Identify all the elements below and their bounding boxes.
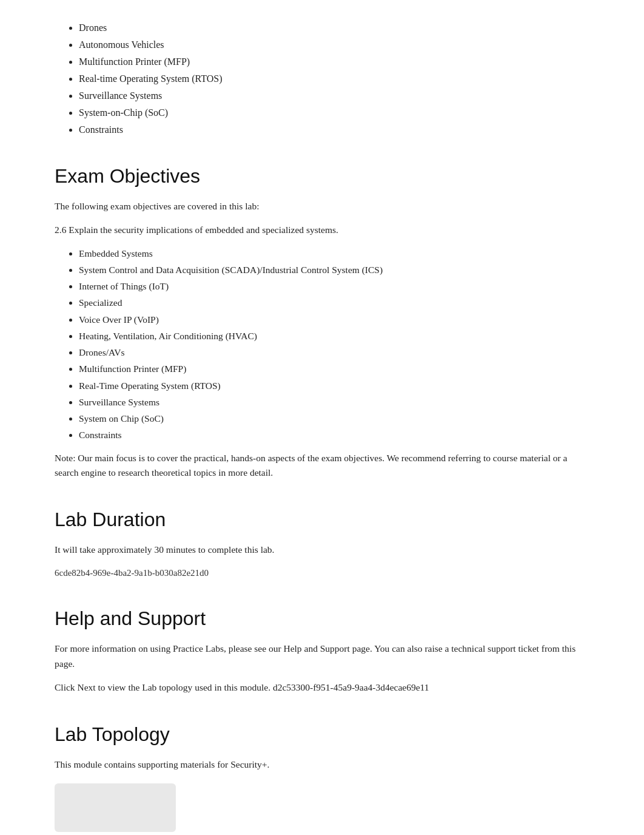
list-item: Constraints [79,123,589,137]
exam-objectives-heading: Exam Objectives [55,155,589,191]
list-item: Drones/AVs [79,345,589,359]
exam-objectives-intro: The following exam objectives are covere… [55,199,589,214]
help-support-text: For more information on using Practice L… [55,641,589,672]
list-item: Embedded Systems [79,246,589,260]
intro-list: Drones Autonomous Vehicles Multifunction… [79,21,589,137]
help-support-heading: Help and Support [55,598,589,633]
list-item: System-on-Chip (SoC) [79,106,589,120]
lab-topology-image [55,783,176,832]
list-item: Real-time Operating System (RTOS) [79,72,589,86]
list-item: System Control and Data Acquisition (SCA… [79,263,589,277]
list-item: Constraints [79,428,589,442]
exam-objectives-note: Note: Our main focus is to cover the pra… [55,451,589,481]
objectives-list: Embedded Systems System Control and Data… [79,246,589,442]
lab-duration-uuid: 6cde82b4-969e-4ba2-9a1b-b030a82e21d0 [55,566,589,580]
lab-topology-text: This module contains supporting material… [55,757,589,772]
lab-topology-heading: Lab Topology [55,714,589,749]
help-support-next: Click Next to view the Lab topology used… [55,680,589,695]
lab-duration-text: It will take approximately 30 minutes to… [55,543,589,558]
list-item: System on Chip (SoC) [79,411,589,425]
list-item: Multifunction Printer (MFP) [79,362,589,376]
list-item: Specialized [79,296,589,309]
list-item: Heating, Ventilation, Air Conditioning (… [79,329,589,343]
lab-duration-heading: Lab Duration [55,499,589,534]
list-item: Autonomous Vehicles [79,38,589,52]
list-item: Real-Time Operating System (RTOS) [79,379,589,393]
list-item: Voice Over IP (VoIP) [79,313,589,326]
list-item: Drones [79,21,589,35]
list-item: Internet of Things (IoT) [79,279,589,293]
exam-objectives-line: 2.6 Explain the security implications of… [55,223,589,238]
list-item: Multifunction Printer (MFP) [79,55,589,69]
list-item: Surveillance Systems [79,395,589,409]
list-item: Surveillance Systems [79,89,589,103]
